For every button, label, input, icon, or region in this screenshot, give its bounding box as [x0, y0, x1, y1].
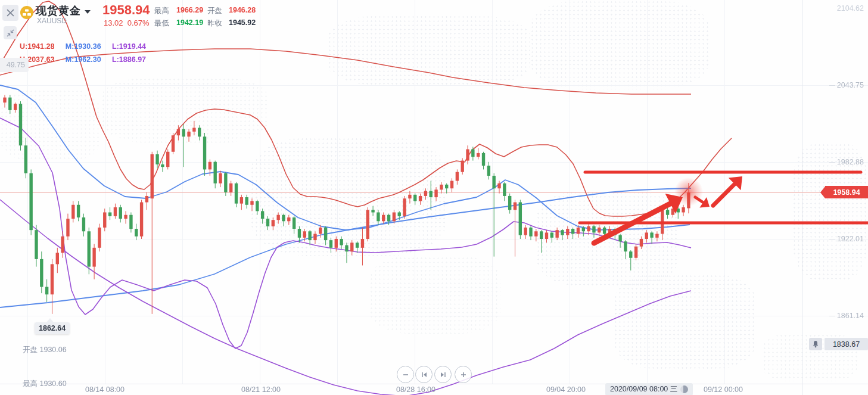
- close-icon: [7, 9, 14, 17]
- x-axis-label: 09/04 20:00: [533, 385, 599, 394]
- price-tag-value: 1958.94: [825, 186, 868, 198]
- boll-4h-readout: U:1941.28 M:1930.36 L:1919.44: [20, 41, 146, 51]
- y-axis-label: 2043.75: [828, 81, 864, 89]
- stat-value-open: 1946.28: [229, 6, 256, 14]
- zoom-out-button[interactable]: [397, 366, 414, 383]
- stat-label-low: 最低: [154, 18, 169, 29]
- stat-label-high: 最高: [154, 6, 169, 16]
- stat-value-prevclose: 1945.92: [229, 18, 256, 27]
- instrument-coin-icon: [20, 6, 33, 21]
- boll-daily-readout: U:2037.63 M:1962.30 L:1886.97: [20, 54, 146, 64]
- skip-to-start-button[interactable]: [415, 366, 433, 383]
- y-axis-label: 1861.14: [828, 312, 864, 320]
- collapse-icon: [7, 29, 14, 37]
- price-tag-notch: [820, 186, 825, 198]
- alert-price: 1838.67: [825, 338, 868, 350]
- tooltip-row: 最高 1930.60: [23, 378, 67, 390]
- price-alert[interactable]: 1838.67: [809, 338, 868, 350]
- instrument-selector[interactable]: 现货黄金: [36, 4, 91, 18]
- boll-lower: L:1886.97: [112, 55, 146, 64]
- boll-mid: M:1930.36: [66, 42, 101, 51]
- close-button[interactable]: [2, 5, 18, 21]
- change-percent: 0.67%: [127, 18, 150, 27]
- x-axis-label: 08/28 16:00: [383, 385, 449, 394]
- boll-mid: M:1962.30: [66, 55, 101, 64]
- left-price-badge: 49.75: [0, 58, 29, 72]
- x-axis-label: 08/14 08:00: [72, 385, 138, 394]
- skip-end-icon: [440, 371, 447, 378]
- collapse-button[interactable]: [4, 26, 17, 39]
- boll-lower: L:1919.44: [112, 42, 146, 51]
- boll-upper: U:1941.28: [20, 42, 54, 51]
- highlighted-time-text: 2020/09/09 08:00 三: [610, 384, 677, 394]
- skip-start-icon: [421, 371, 428, 378]
- page-title: 现货黄金: [36, 5, 81, 17]
- zoom-in-icon: [460, 371, 467, 378]
- y-axis-label: 1922.01: [828, 235, 864, 243]
- x-axis-label: 09/12 00:00: [690, 385, 756, 394]
- ohlc-tooltip: 开盘 1930.06 最高 1930.60 最低 1923.07 收盘 1930…: [23, 322, 67, 395]
- tooltip-row: 开盘 1930.06: [23, 344, 67, 356]
- current-price-tag: 1958.94: [820, 186, 868, 198]
- skip-to-end-button[interactable]: [434, 366, 452, 383]
- zoom-out-icon: [402, 371, 409, 378]
- trading-app: 现货黄金 XAUUSD 1958.94 13.02 0.67% 最高 1966.…: [0, 0, 868, 395]
- highlighted-time-label: 2020/09/09 08:00 三: [605, 383, 693, 395]
- stat-label-prevclose: 昨收: [207, 18, 222, 29]
- moon-icon: [680, 385, 688, 393]
- change-value: 13.02: [104, 18, 123, 27]
- instrument-symbol: XAUUSD: [37, 17, 67, 25]
- x-axis-label: 08/21 12:00: [228, 385, 294, 394]
- chevron-down-icon: [85, 10, 91, 14]
- price-change: 13.02 0.67%: [104, 18, 150, 27]
- stat-label-open: 开盘: [207, 6, 222, 16]
- bell-icon: [809, 338, 822, 350]
- zoom-in-button[interactable]: [455, 366, 472, 383]
- stat-value-high: 1966.29: [176, 6, 203, 14]
- last-price: 1958.94: [102, 2, 150, 18]
- stat-value-low: 1942.19: [176, 18, 203, 27]
- y-axis-label: 2104.62: [828, 4, 864, 13]
- y-axis-label: 1982.88: [828, 158, 864, 166]
